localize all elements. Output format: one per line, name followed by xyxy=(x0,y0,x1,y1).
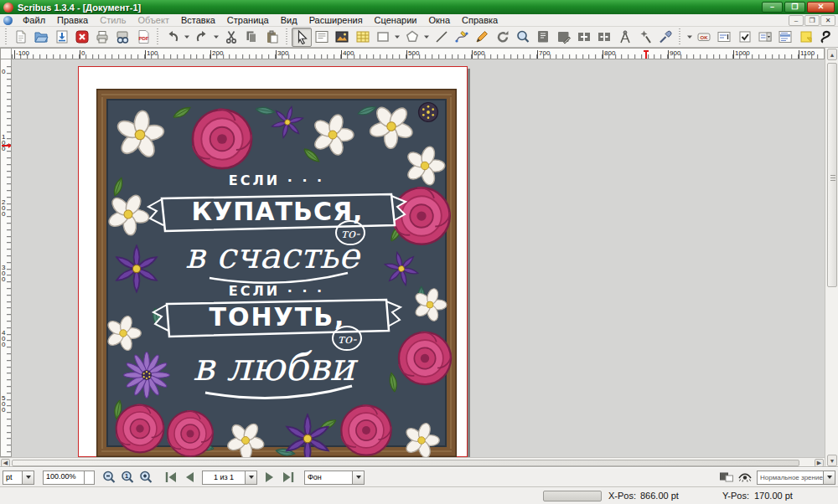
insert-image-frame-button[interactable] xyxy=(332,28,352,47)
pdf-list-box-button[interactable] xyxy=(775,28,795,47)
layer-dropdown-arrow[interactable] xyxy=(352,471,364,484)
insert-polygon-button[interactable] xyxy=(402,28,422,47)
unit-select[interactable]: pt xyxy=(3,471,34,485)
zoom-spin-up[interactable] xyxy=(85,471,94,478)
shape-menu-button[interactable] xyxy=(393,28,402,47)
undo-menu-button[interactable] xyxy=(183,28,192,47)
undo-button[interactable] xyxy=(163,28,183,47)
next-page-button[interactable] xyxy=(261,469,279,486)
horizontal-scrollbar-thumb[interactable] xyxy=(12,460,799,466)
scroll-left-arrow[interactable]: ◀ xyxy=(1,459,10,467)
pdf-text-field-button[interactable] xyxy=(714,28,734,47)
document-page[interactable]: ЕСЛИ · · · КУПАТЬСЯ, то- в счастье ЕСЛИ … xyxy=(78,66,468,457)
rotate-item-button[interactable] xyxy=(493,28,513,47)
menu-item-файл[interactable]: Файл xyxy=(17,14,51,27)
mdi-close-button[interactable]: ✕ xyxy=(820,15,835,26)
pdf-text-annotation-button[interactable] xyxy=(795,28,815,47)
horizontal-scrollbar[interactable]: ◀ ▶ xyxy=(0,457,825,467)
vision-mode-select[interactable]: Нормальное зрение xyxy=(757,471,835,485)
pdf-check-box-button[interactable] xyxy=(734,28,754,47)
unit-dropdown-arrow[interactable] xyxy=(22,471,34,484)
zoom-level-spinbox[interactable]: 100.00% xyxy=(43,471,95,485)
last-page-button[interactable] xyxy=(279,469,297,486)
link-text-frames-button[interactable] xyxy=(574,28,594,47)
copy-item-properties-icon xyxy=(638,29,653,44)
document-icon xyxy=(3,16,13,25)
minimize-button[interactable]: – xyxy=(762,2,783,13)
menu-item-расширения[interactable]: Расширения xyxy=(303,14,369,27)
pdf-link-annotation-button[interactable] xyxy=(816,28,836,47)
zoom-button[interactable] xyxy=(513,28,533,47)
toggle-images-icon[interactable] xyxy=(717,469,736,486)
first-page-button[interactable] xyxy=(162,469,180,486)
menu-item-правка[interactable]: Правка xyxy=(51,14,94,27)
print-document-button[interactable] xyxy=(92,28,112,47)
insert-table-button[interactable] xyxy=(352,28,372,47)
menu-item-вставка[interactable]: Вставка xyxy=(175,14,221,27)
preview-eye-icon[interactable] xyxy=(736,469,754,486)
scroll-up-arrow[interactable]: ▲ xyxy=(827,49,837,60)
edit-contents-button[interactable] xyxy=(533,28,553,47)
zoom-out-button[interactable] xyxy=(100,469,118,486)
menu-item-справка[interactable]: Справка xyxy=(456,14,504,27)
pdf-push-button-button[interactable]: OK xyxy=(694,28,714,47)
scroll-down-arrow[interactable]: ▼ xyxy=(827,455,837,466)
copy-item-properties-button[interactable] xyxy=(635,28,655,47)
layer-select[interactable]: Фон xyxy=(304,471,365,485)
paste-icon xyxy=(265,29,280,44)
edit-text-story-editor-button[interactable] xyxy=(554,28,574,47)
cut-button[interactable] xyxy=(221,28,241,47)
page-select[interactable]: 1 из 1 xyxy=(202,471,257,485)
unlink-text-frames-button[interactable] xyxy=(594,28,614,47)
insert-image-frame-icon xyxy=(334,29,349,44)
vision-dropdown-arrow[interactable] xyxy=(823,471,835,484)
insert-line-button[interactable] xyxy=(432,28,452,47)
redo-menu-button[interactable] xyxy=(212,28,221,47)
mdi-minimize-button[interactable]: – xyxy=(789,15,804,26)
measurements-button[interactable] xyxy=(614,28,634,47)
preflight-verifier-icon xyxy=(115,29,130,44)
horizontal-ruler[interactable]: -100010020030040050060070080090010001100 xyxy=(12,48,825,59)
vruler-label-200: 200 xyxy=(2,199,5,217)
eye-dropper-button[interactable] xyxy=(655,28,675,47)
pdf-combo-box-button[interactable] xyxy=(755,28,775,47)
pdf-check-box-icon xyxy=(737,29,753,44)
menu-item-сценарии[interactable]: Сценарии xyxy=(369,14,423,27)
scroll-right-arrow[interactable]: ▶ xyxy=(815,459,824,467)
restore-button[interactable]: ❐ xyxy=(784,2,805,13)
save-document-button[interactable] xyxy=(51,28,71,47)
vertical-ruler[interactable]: 0100200300400500 xyxy=(0,59,12,457)
export-pdf-button[interactable]: PDF xyxy=(133,28,153,47)
vertical-scrollbar[interactable]: ▲ ▼ xyxy=(825,48,838,467)
page-dropdown-arrow[interactable] xyxy=(245,471,256,484)
pdf-toolbar-menu-button[interactable] xyxy=(685,28,694,47)
new-document-button[interactable] xyxy=(11,28,31,47)
zoom-in-button[interactable] xyxy=(137,469,155,486)
menu-item-вид[interactable]: Вид xyxy=(275,14,303,27)
menu-item-страница[interactable]: Страница xyxy=(221,14,275,27)
zoom-spin-down[interactable] xyxy=(85,477,94,484)
preflight-verifier-button[interactable] xyxy=(112,28,132,47)
copy-button[interactable] xyxy=(241,28,261,47)
paste-button[interactable] xyxy=(261,28,282,47)
edit-contents-icon xyxy=(535,29,551,44)
insert-shape-button[interactable] xyxy=(373,28,393,47)
close-button[interactable]: ✕ xyxy=(807,2,835,13)
canvas[interactable]: ЕСЛИ · · · КУПАТЬСЯ, то- в счастье ЕСЛИ … xyxy=(12,59,825,457)
insert-freehand-line-icon xyxy=(474,29,489,44)
polygon-menu-button[interactable] xyxy=(422,28,432,47)
menu-item-окна[interactable]: Окна xyxy=(422,14,456,27)
insert-text-frame-button[interactable] xyxy=(312,28,332,47)
mdi-restore-button[interactable]: ❐ xyxy=(804,15,820,26)
redo-button[interactable] xyxy=(192,28,212,47)
insert-bezier-curve-button[interactable] xyxy=(452,28,472,47)
open-document-button[interactable] xyxy=(31,28,51,47)
select-item-button[interactable] xyxy=(292,28,312,47)
zoom-100-button[interactable]: 1 xyxy=(118,469,137,486)
xpos-value: 866.00 pt xyxy=(640,491,679,501)
previous-page-button[interactable] xyxy=(180,469,199,486)
poster-image-frame[interactable]: ЕСЛИ · · · КУПАТЬСЯ, то- в счастье ЕСЛИ … xyxy=(96,89,457,457)
insert-freehand-line-button[interactable] xyxy=(472,28,492,47)
vertical-scrollbar-thumb[interactable] xyxy=(827,63,837,287)
close-document-button[interactable] xyxy=(72,28,92,47)
